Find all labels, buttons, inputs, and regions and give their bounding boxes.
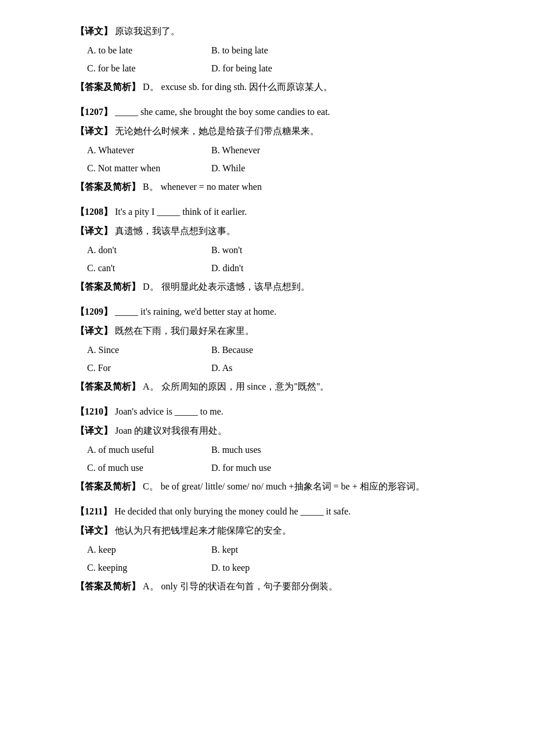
option-row-ab-1211: A. keep B. kept bbox=[87, 542, 476, 559]
option-row-cd-1208: C. can't D. didn't bbox=[87, 260, 476, 277]
answer-1208: 【答案及简析】 D。 很明显此处表示遗憾，该早点想到。 bbox=[75, 279, 476, 296]
translation-text-1208: 真遗憾，我该早点想到这事。 bbox=[115, 226, 236, 236]
translation-1211: 【译文】 他认为只有把钱埋起来才能保障它的安全。 bbox=[75, 523, 476, 539]
question-1210: 【1210】 Joan's advice is _____ to me. bbox=[75, 404, 476, 420]
answer-text-1209: A。 众所周知的原因，用 since，意为"既然"。 bbox=[143, 381, 330, 391]
translation-label-late: 【译文】 bbox=[75, 26, 113, 36]
question-text-1211: He decided that only burying the money c… bbox=[114, 506, 351, 516]
option-a-1210: A. of much useful bbox=[87, 442, 203, 459]
option-a-1207: A. Whatever bbox=[87, 142, 203, 159]
option-b-1210: B. much uses bbox=[211, 442, 327, 459]
translation-text-1210: Joan 的建议对我很有用处。 bbox=[115, 426, 227, 435]
answer-1207: 【答案及简析】 B。 whenever = no mater when bbox=[75, 179, 476, 196]
option-a-late: A. to be late bbox=[87, 42, 203, 59]
answer-text-late: D。 excuse sb. for ding sth. 因什么而原谅某人。 bbox=[143, 82, 333, 92]
entry-1208: 【1208】 It's a pity I _____ think of it e… bbox=[75, 204, 476, 296]
translation-1208: 【译文】 真遗憾，我该早点想到这事。 bbox=[75, 223, 476, 240]
options-1209: A. Since B. Because C. For D. As bbox=[87, 342, 476, 377]
answer-text-1207: B。 whenever = no mater when bbox=[143, 182, 262, 192]
options-1207: A. Whatever B. Whenever C. Not matter wh… bbox=[87, 142, 476, 177]
question-1209: 【1209】 _____ it's raining, we'd better s… bbox=[75, 304, 476, 321]
question-1207: 【1207】 _____ she came, she brought the b… bbox=[75, 104, 476, 121]
answer-label-late: 【答案及简析】 bbox=[75, 82, 140, 92]
translation-label-1209: 【译文】 bbox=[75, 326, 113, 336]
entry-late: 【译文】 原谅我迟到了。 A. to be late B. to being l… bbox=[75, 23, 476, 96]
answer-label-1208: 【答案及简析】 bbox=[75, 282, 140, 291]
option-row-ab-1209: A. Since B. Because bbox=[87, 342, 476, 359]
option-row-cd-1211: C. keeping D. to keep bbox=[87, 560, 476, 577]
option-c-1207: C. Not matter when bbox=[87, 160, 203, 177]
translation-late: 【译文】 原谅我迟到了。 bbox=[75, 23, 476, 40]
question-label-1209: 【1209】 bbox=[75, 307, 113, 316]
option-b-1207: B. Whenever bbox=[211, 142, 327, 159]
translation-label-1207: 【译文】 bbox=[75, 126, 113, 136]
question-1208: 【1208】 It's a pity I _____ think of it e… bbox=[75, 204, 476, 221]
option-d-1210: D. for much use bbox=[211, 460, 327, 477]
option-row-cd-late: C. for be late D. for being late bbox=[87, 60, 476, 77]
question-label-1211: 【1211】 bbox=[75, 506, 112, 516]
translation-label-1210: 【译文】 bbox=[75, 426, 113, 435]
question-text-1207: _____ she came, she brought the boy some… bbox=[115, 107, 330, 117]
option-a-1208: A. don't bbox=[87, 242, 203, 259]
translation-text-1207: 无论她什么时候来，她总是给孩子们带点糖果来。 bbox=[115, 126, 319, 136]
option-row-ab-1207: A. Whatever B. Whenever bbox=[87, 142, 476, 159]
options-1211: A. keep B. kept C. keeping D. to keep bbox=[87, 542, 476, 577]
entry-1207: 【1207】 _____ she came, she brought the b… bbox=[75, 104, 476, 196]
option-c-1210: C. of much use bbox=[87, 460, 203, 477]
option-c-1208: C. can't bbox=[87, 260, 203, 277]
entry-1211: 【1211】 He decided that only burying the … bbox=[75, 503, 476, 595]
option-c-1209: C. For bbox=[87, 360, 203, 377]
answer-late: 【答案及简析】 D。 excuse sb. for ding sth. 因什么而… bbox=[75, 79, 476, 96]
option-row-ab-late: A. to be late B. to being late bbox=[87, 42, 476, 59]
question-1211: 【1211】 He decided that only burying the … bbox=[75, 503, 476, 520]
answer-1209: 【答案及简析】 A。 众所周知的原因，用 since，意为"既然"。 bbox=[75, 379, 476, 395]
question-text-1209: _____ it's raining, we'd better stay at … bbox=[115, 307, 276, 316]
option-b-1208: B. won't bbox=[211, 242, 327, 259]
question-label-1210: 【1210】 bbox=[75, 406, 113, 416]
option-row-ab-1208: A. don't B. won't bbox=[87, 242, 476, 259]
translation-1210: 【译文】 Joan 的建议对我很有用处。 bbox=[75, 423, 476, 440]
answer-1210: 【答案及简析】 C。 be of great/ little/ some/ no… bbox=[75, 478, 476, 495]
entry-1210: 【1210】 Joan's advice is _____ to me. 【译文… bbox=[75, 404, 476, 495]
option-b-1209: B. Because bbox=[211, 342, 327, 359]
answer-1211: 【答案及简析】 A。 only 引导的状语在句首，句子要部分倒装。 bbox=[75, 578, 476, 595]
translation-text-1209: 既然在下雨，我们最好呆在家里。 bbox=[115, 326, 254, 336]
options-1210: A. of much useful B. much uses C. of muc… bbox=[87, 442, 476, 477]
option-row-cd-1207: C. Not matter when D. While bbox=[87, 160, 476, 177]
translation-1209: 【译文】 既然在下雨，我们最好呆在家里。 bbox=[75, 323, 476, 340]
option-b-late: B. to being late bbox=[211, 42, 327, 59]
question-text-1210: Joan's advice is _____ to me. bbox=[115, 406, 223, 416]
answer-text-1210: C。 be of great/ little/ some/ no/ much +… bbox=[143, 481, 425, 491]
options-1208: A. don't B. won't C. can't D. didn't bbox=[87, 242, 476, 277]
translation-label-1208: 【译文】 bbox=[75, 226, 113, 236]
option-c-1211: C. keeping bbox=[87, 560, 203, 577]
option-c-late: C. for be late bbox=[87, 60, 203, 77]
option-a-1211: A. keep bbox=[87, 542, 203, 559]
option-d-late: D. for being late bbox=[211, 60, 327, 77]
option-row-ab-1210: A. of much useful B. much uses bbox=[87, 442, 476, 459]
translation-text-late: 原谅我迟到了。 bbox=[115, 26, 180, 36]
option-a-1209: A. Since bbox=[87, 342, 203, 359]
answer-text-1208: D。 很明显此处表示遗憾，该早点想到。 bbox=[143, 282, 310, 291]
question-text-1208: It's a pity I _____ think of it earlier. bbox=[115, 207, 247, 217]
option-row-cd-1210: C. of much use D. for much use bbox=[87, 460, 476, 477]
option-b-1211: B. kept bbox=[211, 542, 327, 559]
translation-label-1211: 【译文】 bbox=[75, 525, 113, 535]
option-d-1207: D. While bbox=[211, 160, 327, 177]
option-d-1209: D. As bbox=[211, 360, 327, 377]
answer-label-1211: 【答案及简析】 bbox=[75, 581, 140, 591]
translation-1207: 【译文】 无论她什么时候来，她总是给孩子们带点糖果来。 bbox=[75, 123, 476, 140]
option-d-1208: D. didn't bbox=[211, 260, 327, 277]
question-label-1207: 【1207】 bbox=[75, 107, 113, 117]
answer-label-1209: 【答案及简析】 bbox=[75, 381, 140, 391]
option-row-cd-1209: C. For D. As bbox=[87, 360, 476, 377]
translation-text-1211: 他认为只有把钱埋起来才能保障它的安全。 bbox=[115, 525, 291, 535]
entry-1209: 【1209】 _____ it's raining, we'd better s… bbox=[75, 304, 476, 395]
option-d-1211: D. to keep bbox=[211, 560, 327, 577]
answer-label-1207: 【答案及简析】 bbox=[75, 182, 140, 192]
answer-text-1211: A。 only 引导的状语在句首，句子要部分倒装。 bbox=[143, 581, 338, 591]
options-late: A. to be late B. to being late C. for be… bbox=[87, 42, 476, 77]
page-content: 【译文】 原谅我迟到了。 A. to be late B. to being l… bbox=[75, 23, 476, 595]
answer-label-1210: 【答案及简析】 bbox=[75, 481, 140, 491]
question-label-1208: 【1208】 bbox=[75, 207, 113, 217]
